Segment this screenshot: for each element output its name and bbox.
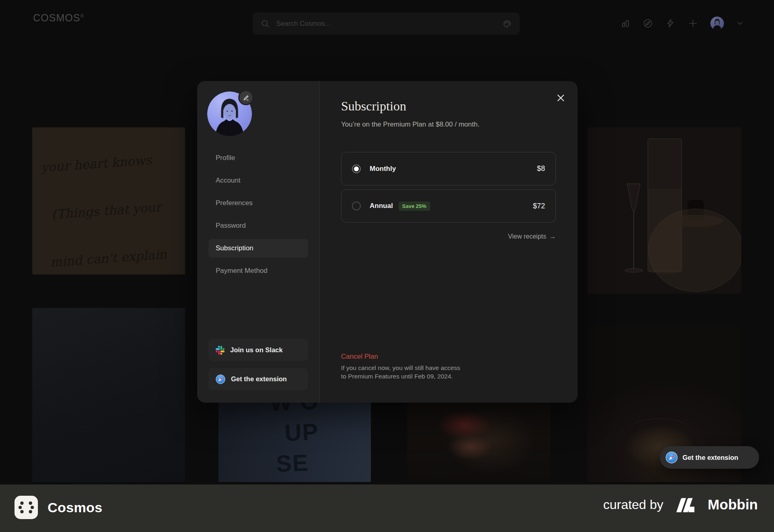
quote-handwriting: your heart knows (Things that your mind … xyxy=(40,135,169,274)
search-icon xyxy=(261,19,270,28)
glassware-illustration xyxy=(587,127,741,294)
background-image-lips[interactable] xyxy=(407,390,550,482)
plan-option-monthly[interactable]: Monthly $8 xyxy=(341,152,556,185)
cosmos-logo[interactable]: COSMOS® xyxy=(33,12,84,24)
radio-unselected[interactable] xyxy=(352,202,361,210)
radio-selected[interactable] xyxy=(352,164,361,173)
plan-price: $8 xyxy=(537,164,545,173)
quote-line: mind can't explain xyxy=(48,231,168,274)
nav-item-subscription[interactable]: Subscription xyxy=(208,239,308,258)
compass-icon[interactable] xyxy=(643,18,653,29)
plan-price: $72 xyxy=(533,202,545,210)
lightning-icon[interactable] xyxy=(665,18,676,29)
cancel-plan-link[interactable]: Cancel Plan xyxy=(341,353,378,361)
join-slack-label: Join us on Slack xyxy=(230,346,283,354)
edit-avatar-button[interactable] xyxy=(238,90,254,105)
safari-icon xyxy=(666,451,678,463)
registered-mark: ® xyxy=(80,13,84,19)
sidebar-extension-label: Get the extension xyxy=(231,375,287,383)
palette-icon[interactable] xyxy=(503,19,512,28)
search-input[interactable] xyxy=(275,19,497,28)
cosmos-dots-logo xyxy=(15,496,38,519)
poster-text: W O UP SE xyxy=(269,390,322,479)
nav-item-profile[interactable]: Profile xyxy=(208,149,308,167)
nav-item-account[interactable]: Account xyxy=(208,171,308,190)
curated-by-group: curated by Mobbin xyxy=(603,497,758,513)
mobbin-link[interactable]: Mobbin xyxy=(676,497,758,513)
footer-brand-name: Cosmos xyxy=(48,500,102,515)
cosmos-page: your heart knows (Things that your mind … xyxy=(0,0,774,532)
cancel-plan-description: If you cancel now, you will still have a… xyxy=(341,364,460,380)
join-slack-button[interactable]: Join us on Slack xyxy=(208,339,308,361)
mobbin-logo xyxy=(676,497,701,513)
user-avatar[interactable] xyxy=(710,17,724,30)
plan-status-text: You’re on the Premium Plan at $8.00 / mo… xyxy=(341,121,479,129)
plan-option-annual[interactable]: Annual Save 25% $72 xyxy=(341,189,556,222)
plan-name: Annual xyxy=(370,202,393,210)
sidebar-extension-button[interactable]: Get the extension xyxy=(208,368,308,390)
chevron-down-icon[interactable] xyxy=(736,19,744,27)
slack-icon xyxy=(216,346,225,355)
plan-name: Monthly xyxy=(370,165,396,173)
topbar-actions xyxy=(620,15,744,32)
background-image-quote[interactable]: your heart knows (Things that your mind … xyxy=(32,127,185,274)
mobbin-wordmark: Mobbin xyxy=(708,497,758,513)
settings-nav: Profile Account Preferences Password Sub… xyxy=(208,149,308,284)
safari-icon xyxy=(216,374,225,384)
attribution-bar: Cosmos curated by Mobbin xyxy=(0,484,774,532)
plus-icon[interactable] xyxy=(688,18,698,29)
background-image-dark[interactable] xyxy=(32,308,185,482)
background-image-poster[interactable]: W O UP SE xyxy=(218,390,371,482)
view-receipts-link[interactable]: View receipts → xyxy=(508,233,556,240)
nav-item-password[interactable]: Password xyxy=(208,216,308,235)
get-extension-button[interactable]: Get the extension xyxy=(660,446,759,469)
pencil-icon xyxy=(243,94,250,101)
nav-item-preferences[interactable]: Preferences xyxy=(208,194,308,212)
cosmos-attribution-link[interactable]: Cosmos xyxy=(15,496,102,519)
settings-sidebar: Profile Account Preferences Password Sub… xyxy=(197,81,320,403)
save-badge: Save 25% xyxy=(399,202,430,211)
insights-icon[interactable] xyxy=(620,18,630,29)
settings-modal: Profile Account Preferences Password Sub… xyxy=(197,81,578,403)
nav-item-payment-method[interactable]: Payment Method xyxy=(208,262,308,280)
quote-line: your heart knows xyxy=(40,135,162,191)
background-image-glassware[interactable] xyxy=(587,127,741,294)
close-icon[interactable] xyxy=(556,93,566,103)
get-extension-label: Get the extension xyxy=(682,454,738,461)
arrow-right-icon: → xyxy=(549,233,556,240)
search-bar[interactable] xyxy=(253,12,520,35)
curated-by-text: curated by xyxy=(603,497,663,512)
modal-title: Subscription xyxy=(341,99,406,114)
quote-line: (Things that your xyxy=(50,183,165,238)
